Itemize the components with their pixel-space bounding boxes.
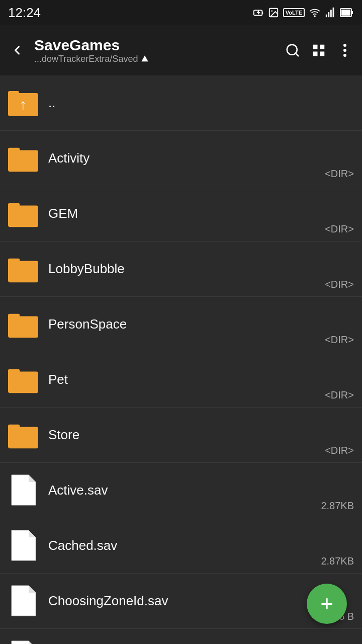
battery-charging-icon: [253, 7, 264, 18]
svg-rect-17: [320, 45, 325, 49]
back-button[interactable]: [6, 39, 28, 61]
svg-rect-16: [313, 45, 318, 49]
file-name: GEM: [48, 206, 354, 221]
file-doc-icon: [8, 639, 38, 645]
svg-rect-6: [326, 15, 327, 17]
app-bar-actions: [282, 39, 356, 61]
file-doc-icon: [8, 473, 38, 508]
search-button[interactable]: [282, 39, 304, 61]
list-item[interactable]: Pet <DIR>: [0, 352, 362, 408]
svg-point-21: [343, 49, 346, 52]
parent-folder-icon: ↑: [8, 86, 38, 121]
svg-point-4: [271, 10, 273, 12]
file-size: <DIR>: [325, 445, 354, 456]
folder-icon: [8, 418, 38, 453]
svg-line-15: [296, 53, 298, 56]
file-name: LobbyBubble: [48, 261, 354, 277]
svg-rect-31: [8, 258, 20, 265]
list-item[interactable]: PersonSpace <DIR>: [0, 297, 362, 352]
svg-point-22: [343, 54, 346, 57]
file-size: <DIR>: [325, 389, 354, 401]
list-item[interactable]: Active.sav 2.87KB: [0, 463, 362, 518]
svg-rect-9: [333, 8, 334, 17]
folder-icon: [8, 141, 38, 176]
file-name: Cached.sav: [48, 538, 354, 553]
svg-rect-27: [8, 147, 20, 154]
app-title: SaveGames: [34, 37, 276, 54]
file-doc-icon: [8, 584, 38, 619]
list-item[interactable]: GEM <DIR>: [0, 186, 362, 242]
svg-rect-7: [328, 12, 329, 17]
title-block: SaveGames ...dowTrackerExtra/Saved: [34, 37, 276, 64]
svg-rect-11: [341, 10, 350, 16]
svg-rect-37: [8, 424, 20, 431]
file-size: 2.87KB: [321, 500, 354, 512]
file-size: 2.87KB: [321, 555, 354, 567]
file-name: ..: [48, 95, 354, 111]
svg-marker-2: [256, 10, 260, 15]
more-button[interactable]: [334, 39, 356, 61]
svg-rect-12: [351, 11, 353, 14]
app-bar: SaveGames ...dowTrackerExtra/Saved: [0, 25, 362, 75]
file-doc-icon: [8, 528, 38, 564]
file-name: Activity: [48, 150, 354, 166]
file-size: <DIR>: [325, 334, 354, 346]
svg-point-20: [343, 44, 346, 47]
status-bar: 12:24 VoLTE: [0, 0, 362, 25]
svg-rect-29: [8, 203, 20, 210]
svg-rect-24: [8, 91, 19, 97]
add-icon: +: [320, 593, 333, 615]
file-name: PersonSpace: [48, 316, 354, 332]
file-size: <DIR>: [325, 223, 354, 235]
folder-icon: [8, 196, 38, 231]
grid-button[interactable]: [308, 39, 330, 61]
svg-rect-18: [313, 52, 318, 56]
list-item[interactable]: Activity <DIR>: [0, 131, 362, 186]
list-item[interactable]: ↑ ..: [0, 75, 362, 131]
folder-icon: [8, 252, 38, 287]
status-icons: VoLTE: [253, 7, 354, 18]
svg-rect-8: [330, 10, 332, 18]
svg-rect-35: [8, 369, 20, 376]
svg-rect-33: [8, 313, 20, 320]
file-name: Pet: [48, 372, 354, 387]
add-button[interactable]: +: [307, 584, 347, 624]
list-item[interactable]: Cached.sav 2.87KB: [0, 518, 362, 574]
svg-marker-13: [142, 55, 148, 61]
volte-badge: VoLTE: [283, 8, 305, 17]
svg-point-5: [314, 16, 315, 17]
file-list: ↑ .. Activity <DIR> GEM <DIR>: [0, 75, 362, 644]
svg-rect-19: [320, 52, 325, 56]
file-name: Store: [48, 427, 354, 443]
list-item[interactable]: Store <DIR>: [0, 408, 362, 463]
list-item[interactable]: iTOPPrefs.sav 907 B: [0, 629, 362, 644]
wifi-icon: [309, 7, 321, 18]
status-time: 12:24: [8, 5, 41, 21]
list-item[interactable]: LobbyBubble <DIR>: [0, 242, 362, 297]
svg-rect-1: [262, 12, 263, 14]
signal-icon: [325, 7, 336, 18]
folder-icon: [8, 307, 38, 342]
file-size: <DIR>: [325, 168, 354, 180]
app-subtitle: ...dowTrackerExtra/Saved: [34, 54, 276, 64]
file-name: Active.sav: [48, 482, 354, 498]
battery-full-icon: [340, 7, 354, 18]
file-size: <DIR>: [325, 279, 354, 290]
image-icon: [268, 7, 279, 18]
svg-text:↑: ↑: [20, 97, 27, 112]
folder-icon: [8, 362, 38, 397]
